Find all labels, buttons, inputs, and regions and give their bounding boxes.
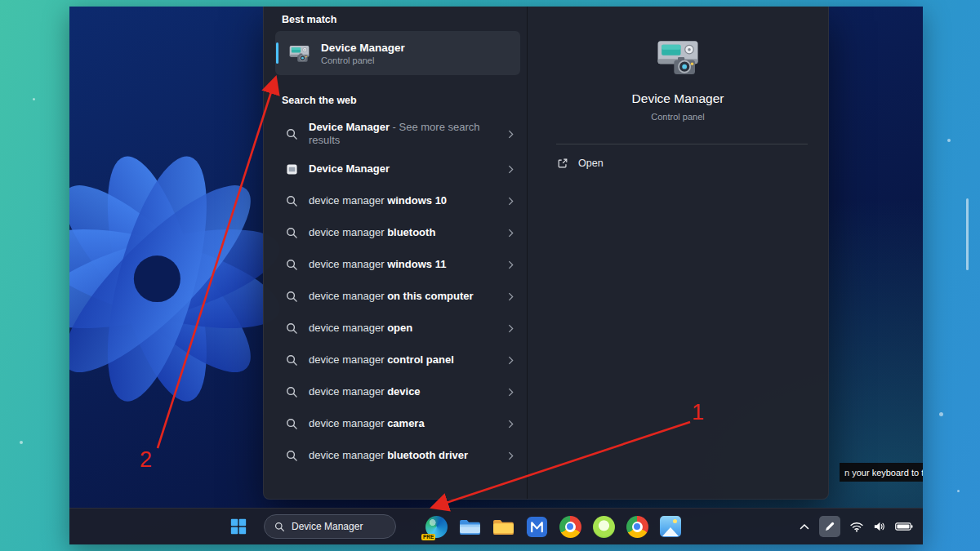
sparkle bbox=[939, 412, 943, 416]
suggestion-text: Device Manager - See more search results bbox=[309, 121, 482, 148]
open-external-icon bbox=[557, 158, 568, 169]
preview-panel: Device Manager Control panel Open bbox=[528, 7, 828, 499]
suggestion-text: Device Manager bbox=[309, 162, 497, 176]
tray-pen-button[interactable] bbox=[819, 516, 840, 537]
suggestion-text: device manager bluetooth bbox=[309, 226, 497, 239]
chevron-right-icon bbox=[508, 388, 514, 397]
search-icon bbox=[285, 354, 298, 367]
device-manager-icon bbox=[288, 42, 310, 64]
sparkle bbox=[966, 198, 969, 270]
open-action[interactable]: Open bbox=[557, 158, 604, 169]
wifi-icon[interactable] bbox=[850, 522, 863, 532]
search-icon bbox=[285, 418, 298, 430]
search-suggestion-row[interactable]: Device Manager bbox=[264, 153, 527, 185]
taskbar-search-box[interactable]: Device Manager bbox=[264, 514, 396, 539]
start-search-panel: Best match bbox=[263, 7, 829, 500]
search-icon bbox=[285, 259, 298, 271]
battery-icon[interactable] bbox=[895, 522, 913, 531]
device-manager-icon bbox=[655, 34, 701, 80]
search-results-column: Best match bbox=[264, 7, 528, 499]
file-explorer-icon bbox=[459, 518, 481, 535]
volume-icon[interactable] bbox=[873, 521, 885, 532]
sparkle bbox=[957, 490, 960, 492]
search-suggestion-row[interactable]: device manager windows 11 bbox=[264, 249, 527, 281]
web-suggestions-list: Device Manager - See more search results… bbox=[264, 114, 527, 472]
chevron-right-icon bbox=[508, 292, 514, 301]
pre-badge: PRE bbox=[421, 534, 435, 540]
preview-subtitle: Control panel bbox=[528, 112, 828, 122]
app-icon bbox=[285, 163, 298, 176]
sparkle bbox=[20, 441, 23, 444]
sparkle bbox=[33, 98, 35, 100]
search-icon bbox=[285, 386, 298, 398]
search-suggestion-row[interactable]: device manager open bbox=[264, 313, 527, 344]
taskbar-app-photos[interactable] bbox=[658, 514, 683, 539]
blue-m-icon bbox=[526, 516, 548, 538]
search-the-web-header: Search the web bbox=[282, 95, 357, 106]
search-icon bbox=[285, 227, 298, 239]
best-match-header: Best match bbox=[282, 14, 336, 25]
search-suggestion-row[interactable]: device manager bluetooth driver bbox=[264, 440, 527, 472]
pen-icon bbox=[824, 521, 835, 532]
suggestion-text: device manager device bbox=[309, 385, 497, 398]
selection-accent-bar bbox=[276, 42, 278, 64]
search-suggestion-row[interactable]: device manager windows 10 bbox=[264, 185, 527, 217]
chevron-right-icon bbox=[508, 229, 514, 238]
taskbar-app-green[interactable] bbox=[591, 514, 616, 539]
best-match-text: Device Manager Control panel bbox=[321, 42, 405, 65]
search-icon bbox=[285, 128, 298, 140]
taskbar: Device Manager PRE bbox=[69, 508, 923, 544]
taskbar-app-edge[interactable]: PRE bbox=[424, 514, 448, 539]
suggestion-text: device manager control panel bbox=[309, 353, 497, 367]
suggestion-text: device manager windows 10 bbox=[309, 194, 497, 207]
chevron-right-icon bbox=[508, 165, 514, 174]
chevron-right-icon bbox=[508, 420, 514, 429]
search-icon bbox=[285, 450, 298, 462]
search-suggestion-row[interactable]: device manager on this computer bbox=[264, 281, 527, 313]
search-suggestion-row[interactable]: Device Manager - See more search results bbox=[264, 114, 527, 153]
taskbar-apps: Device Manager PRE bbox=[225, 509, 683, 544]
search-icon bbox=[274, 522, 285, 532]
start-button[interactable] bbox=[225, 513, 252, 540]
open-label: Open bbox=[578, 158, 604, 169]
chevron-right-icon bbox=[508, 260, 514, 269]
search-icon bbox=[285, 291, 298, 303]
suggestion-text: device manager open bbox=[309, 322, 497, 335]
suggestion-text: device manager bluetooth driver bbox=[309, 449, 497, 462]
chevron-right-icon bbox=[508, 324, 514, 333]
suggestion-text: device manager windows 11 bbox=[309, 258, 497, 271]
search-suggestion-row[interactable]: device manager bluetooth bbox=[264, 217, 527, 249]
search-suggestion-row[interactable]: device manager camera bbox=[264, 408, 527, 440]
photos-icon bbox=[660, 516, 681, 537]
suggestion-text: device manager on this computer bbox=[309, 290, 497, 303]
search-suggestion-row[interactable]: device manager device bbox=[264, 376, 527, 408]
taskbar-app-chrome-2[interactable] bbox=[625, 514, 649, 539]
folder-icon bbox=[492, 518, 514, 535]
chevron-right-icon bbox=[508, 451, 514, 460]
taskbar-app-file-explorer[interactable] bbox=[457, 514, 482, 539]
chevron-up-icon bbox=[800, 523, 809, 530]
chevron-right-icon bbox=[508, 356, 514, 365]
windows-logo-icon bbox=[229, 518, 247, 535]
search-icon bbox=[285, 195, 298, 207]
sparkle bbox=[947, 139, 951, 142]
chrome-icon bbox=[626, 516, 648, 538]
taskbar-app-folder[interactable] bbox=[491, 514, 515, 539]
tray-chevron-up[interactable] bbox=[800, 523, 809, 530]
chrome-icon bbox=[559, 516, 581, 538]
chevron-right-icon bbox=[508, 130, 514, 139]
chevron-right-icon bbox=[508, 197, 514, 206]
best-match-subtitle: Control panel bbox=[321, 56, 405, 65]
green-app-icon bbox=[593, 516, 615, 538]
best-match-title: Device Manager bbox=[321, 42, 405, 54]
screenshot-window: n your keyboard to t Best match bbox=[69, 7, 923, 544]
search-suggestion-row[interactable]: device manager control panel bbox=[264, 344, 527, 376]
taskbar-search-value: Device Manager bbox=[292, 521, 363, 532]
preview-title: Device Manager bbox=[528, 91, 828, 106]
taskbar-app-blue-m[interactable] bbox=[524, 514, 549, 539]
suggestion-text: device manager camera bbox=[309, 417, 497, 430]
system-tray bbox=[800, 509, 913, 544]
taskbar-app-chrome[interactable] bbox=[558, 514, 582, 539]
search-icon bbox=[285, 322, 298, 335]
best-match-item[interactable]: Device Manager Control panel bbox=[275, 31, 520, 75]
